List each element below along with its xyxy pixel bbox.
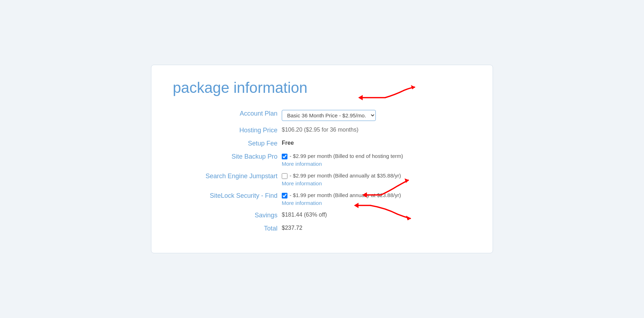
sitelock-checkbox[interactable]	[282, 193, 287, 198]
savings-row: Savings $181.44 (63% off)	[173, 209, 471, 222]
setup-fee-value: Free	[280, 137, 471, 150]
account-plan-row: Account Plan Basic 36 Month Price - $2.9…	[173, 107, 471, 124]
site-backup-pro-checkbox-row: - $2.99 per month (Billed to end of host…	[282, 153, 469, 159]
hosting-price-value: $106.20 ($2.95 for 36 months)	[280, 124, 471, 137]
sitelock-row: SiteLock Security - Find - $1.99 per mon…	[173, 189, 471, 209]
search-engine-checkbox-row: - $2.99 per month (Billed annually at $3…	[282, 173, 469, 179]
site-backup-pro-label: Site Backup Pro	[173, 150, 280, 170]
total-value-cell: $237.72	[280, 222, 471, 235]
page-title: package information	[173, 79, 471, 96]
sitelock-value-cell: - $1.99 per month (Billed annually at $2…	[280, 189, 471, 209]
savings-value-cell: $181.44 (63% off)	[280, 209, 471, 222]
search-engine-label: Search Engine Jumpstart	[173, 170, 280, 189]
search-engine-value-cell: - $2.99 per month (Billed annually at $3…	[280, 170, 471, 189]
setup-fee-row: Setup Fee Free	[173, 137, 471, 150]
hosting-price-row: Hosting Price $106.20 ($2.95 for 36 mont…	[173, 124, 471, 137]
site-backup-pro-more-info[interactable]: More information	[282, 161, 469, 167]
search-engine-more-info[interactable]: More information	[282, 180, 469, 186]
site-backup-pro-checkbox[interactable]	[282, 154, 287, 159]
setup-fee-text: Free	[282, 140, 294, 146]
setup-fee-label: Setup Fee	[173, 137, 280, 150]
total-label: Total	[173, 222, 280, 235]
account-plan-label: Account Plan	[173, 107, 280, 124]
sitelock-desc: - $1.99 per month (Billed annually at $2…	[290, 192, 401, 198]
sitelock-checkbox-row: - $1.99 per month (Billed annually at $2…	[282, 192, 469, 198]
savings-value: $181.44 (63% off)	[282, 212, 327, 218]
account-plan-select[interactable]: Basic 36 Month Price - $2.95/mo. Basic 1…	[282, 110, 376, 121]
sitelock-label: SiteLock Security - Find	[173, 189, 280, 209]
package-form: Account Plan Basic 36 Month Price - $2.9…	[173, 107, 471, 235]
site-backup-pro-desc: - $2.99 per month (Billed to end of host…	[290, 153, 403, 159]
hosting-price-label: Hosting Price	[173, 124, 280, 137]
package-card: package information Account Plan Basic 3…	[151, 65, 493, 253]
hosting-price-text: $106.20 ($2.95 for 36 months)	[282, 127, 358, 133]
account-plan-value-cell: Basic 36 Month Price - $2.95/mo. Basic 1…	[280, 107, 471, 124]
total-value: $237.72	[282, 225, 302, 231]
search-engine-row: Search Engine Jumpstart - $2.99 per mont…	[173, 170, 471, 189]
sitelock-more-info[interactable]: More information	[282, 200, 469, 206]
search-engine-checkbox[interactable]	[282, 173, 287, 179]
total-row: Total $237.72	[173, 222, 471, 235]
site-backup-pro-row: Site Backup Pro - $2.99 per month (Bille…	[173, 150, 471, 170]
site-backup-pro-value-cell: - $2.99 per month (Billed to end of host…	[280, 150, 471, 170]
search-engine-desc: - $2.99 per month (Billed annually at $3…	[290, 173, 401, 179]
savings-label: Savings	[173, 209, 280, 222]
